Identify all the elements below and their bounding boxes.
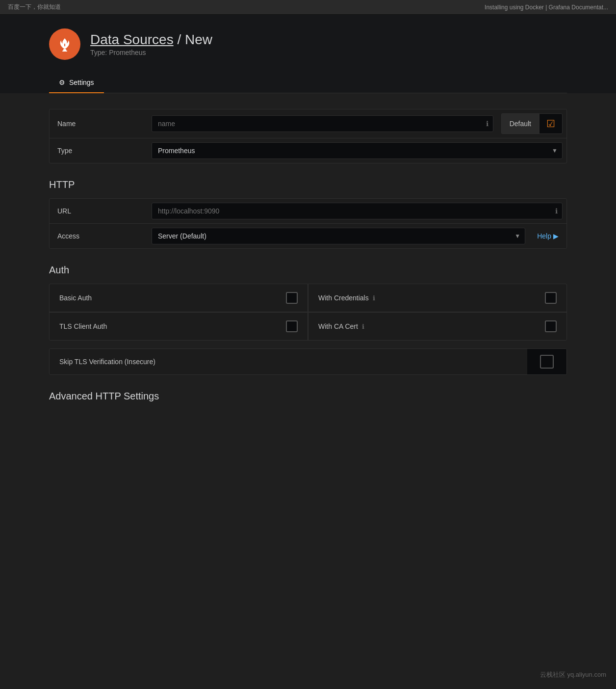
access-label: Access (50, 226, 148, 246)
header-subtitle: Type: Prometheus (90, 49, 212, 56)
tls-client-auth-cell: TLS Client Auth (50, 313, 308, 340)
svg-rect-2 (62, 51, 67, 52)
watermark: 云栈社区 yq.aliyun.com (540, 670, 606, 679)
default-section: Default ☑ (497, 109, 566, 138)
name-input[interactable] (152, 115, 493, 132)
name-label: Name (50, 114, 148, 133)
with-ca-cert-checkbox[interactable] (545, 320, 557, 332)
header-title-text: Data Sources / New Type: Prometheus (90, 32, 212, 56)
access-row: Access Server (Default) ▼ Help ▶ (50, 224, 566, 248)
with-credentials-cell: With Credentials ℹ (308, 284, 566, 312)
basic-auth-checkbox[interactable] (286, 292, 298, 304)
main-content: Name ℹ Default ☑ Type (0, 93, 616, 418)
type-select-wrap: Prometheus ▼ (152, 142, 563, 159)
with-credentials-checkbox[interactable] (545, 292, 557, 304)
page-header: Data Sources / New Type: Prometheus ⚙ Se… (0, 15, 616, 93)
with-credentials-info-icon[interactable]: ℹ (373, 294, 375, 302)
tls-client-auth-checkbox[interactable] (286, 320, 298, 332)
default-checkbox-button[interactable]: ☑ (539, 113, 563, 134)
browser-bar-right: Installing using Docker | Grafana Docume… (485, 4, 608, 11)
name-control-wrap: ℹ (148, 111, 497, 136)
advanced-http-settings-title: Advanced HTTP Settings (49, 391, 567, 402)
page-title: Data Sources / New (90, 32, 212, 48)
tab-settings[interactable]: ⚙ Settings (49, 73, 104, 93)
skip-tls-checkbox-wrap (527, 349, 566, 374)
url-info-icon[interactable]: ℹ (555, 207, 558, 215)
header-title-row: Data Sources / New Type: Prometheus (49, 28, 567, 60)
with-ca-cert-cell: With CA Cert ℹ (308, 313, 566, 340)
url-row: URL ℹ (50, 199, 566, 224)
url-input[interactable] (152, 203, 563, 219)
help-button-label: Help (537, 232, 551, 240)
grafana-flame-icon (55, 34, 75, 54)
default-check-icon: ☑ (546, 118, 555, 130)
http-form-table: URL ℹ Access Server (Default) ▼ (49, 198, 567, 249)
help-button[interactable]: Help ▶ (529, 228, 566, 244)
with-ca-cert-label: With CA Cert ℹ (318, 322, 364, 330)
basic-auth-label: Basic Auth (59, 294, 92, 302)
http-section-title: HTTP (49, 179, 567, 190)
basic-auth-cell: Basic Auth (50, 284, 308, 312)
name-info-icon[interactable]: ℹ (486, 120, 488, 128)
with-ca-cert-info-icon[interactable]: ℹ (362, 323, 364, 330)
access-control-wrap: Server (Default) ▼ (148, 224, 529, 248)
url-control-wrap: ℹ (148, 199, 566, 223)
type-row: Type Prometheus ▼ (50, 138, 566, 163)
settings-sliders-icon: ⚙ (59, 79, 65, 86)
name-type-section: Name ℹ Default ☑ Type (49, 109, 567, 163)
url-label: URL (50, 201, 148, 221)
skip-tls-row: Skip TLS Verification (Insecure) (49, 348, 567, 375)
type-control-wrap: Prometheus ▼ (148, 138, 566, 163)
default-label: Default (501, 113, 539, 134)
tabs-bar: ⚙ Settings (49, 73, 567, 93)
grafana-logo (49, 28, 80, 60)
access-select-wrap: Server (Default) ▼ (152, 228, 525, 244)
name-input-wrap: ℹ (152, 115, 493, 132)
title-slash: / New (177, 32, 212, 47)
http-section: HTTP URL ℹ Access Server (Defa (49, 179, 567, 249)
name-type-form-table: Name ℹ Default ☑ Type (49, 109, 567, 163)
skip-tls-checkbox[interactable] (540, 355, 554, 369)
browser-bar-left: 百度一下，你就知道 (8, 3, 61, 11)
browser-bar: 百度一下，你就知道 Installing using Docker | Graf… (0, 0, 616, 15)
help-chevron-icon: ▶ (553, 232, 559, 240)
auth-grid: Basic Auth With Credentials ℹ TLS Client… (49, 284, 567, 341)
name-row: Name ℹ Default ☑ (50, 109, 566, 138)
auth-section-title: Auth (49, 265, 567, 276)
data-sources-link[interactable]: Data Sources (90, 32, 174, 47)
type-select[interactable]: Prometheus (152, 142, 563, 159)
url-input-wrap: ℹ (152, 203, 563, 219)
skip-tls-label: Skip TLS Verification (Insecure) (50, 350, 527, 373)
type-label: Type (50, 141, 148, 160)
auth-section: Auth Basic Auth With Credentials ℹ TLS C… (49, 265, 567, 375)
tab-settings-label: Settings (69, 79, 94, 86)
access-select[interactable]: Server (Default) (152, 228, 525, 244)
with-credentials-label: With Credentials ℹ (318, 294, 375, 302)
tls-client-auth-label: TLS Client Auth (59, 322, 107, 330)
